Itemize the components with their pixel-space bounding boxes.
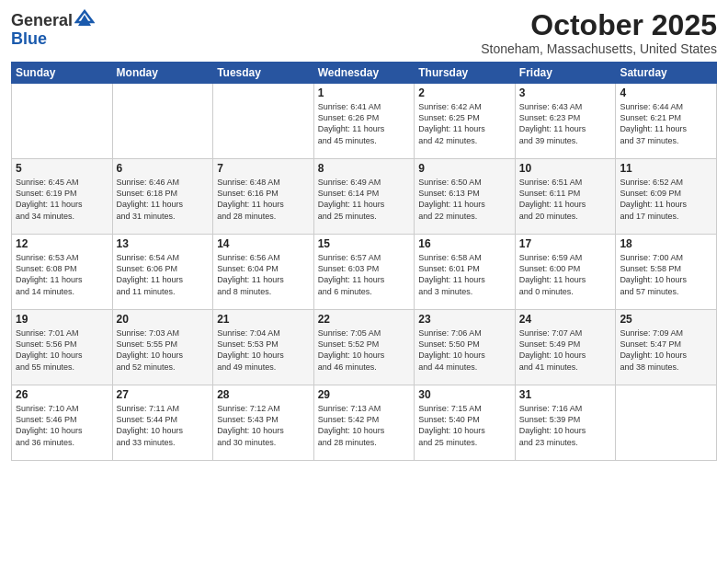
title-block: October 2025 Stoneham, Massachusetts, Un…: [481, 9, 717, 56]
day-number: 26: [16, 388, 108, 401]
page-container: General Blue October 2025 Stoneham, Mass…: [0, 0, 728, 563]
day-info: Sunrise: 7:05 AM Sunset: 5:52 PM Dayligh…: [318, 327, 411, 373]
day-info: Sunrise: 6:46 AM Sunset: 6:18 PM Dayligh…: [117, 177, 210, 222]
day-number: 12: [16, 237, 108, 250]
calendar-cell: 13Sunrise: 6:54 AM Sunset: 6:06 PM Dayli…: [112, 235, 213, 310]
day-number: 27: [117, 388, 210, 401]
weekday-header-sunday: Sunday: [12, 63, 113, 84]
weekday-header-row: SundayMondayTuesdayWednesdayThursdayFrid…: [12, 63, 717, 84]
calendar-table: SundayMondayTuesdayWednesdayThursdayFrid…: [11, 62, 717, 461]
day-info: Sunrise: 7:09 AM Sunset: 5:47 PM Dayligh…: [620, 327, 712, 373]
calendar-cell: 24Sunrise: 7:07 AM Sunset: 5:49 PM Dayli…: [515, 310, 616, 385]
day-info: Sunrise: 7:11 AM Sunset: 5:44 PM Dayligh…: [117, 403, 210, 448]
day-info: Sunrise: 6:50 AM Sunset: 6:13 PM Dayligh…: [418, 177, 511, 222]
day-info: Sunrise: 7:00 AM Sunset: 5:58 PM Dayligh…: [620, 252, 712, 297]
weekday-header-wednesday: Wednesday: [313, 63, 415, 84]
day-number: 24: [519, 313, 612, 326]
calendar-cell: 8Sunrise: 6:49 AM Sunset: 6:14 PM Daylig…: [313, 159, 415, 235]
day-info: Sunrise: 7:15 AM Sunset: 5:40 PM Dayligh…: [418, 403, 511, 448]
day-info: Sunrise: 6:54 AM Sunset: 6:06 PM Dayligh…: [117, 252, 210, 297]
day-number: 4: [620, 86, 712, 99]
calendar-cell: 10Sunrise: 6:51 AM Sunset: 6:11 PM Dayli…: [515, 159, 616, 235]
calendar-cell: 17Sunrise: 6:59 AM Sunset: 6:00 PM Dayli…: [515, 235, 616, 310]
week-row-4: 19Sunrise: 7:01 AM Sunset: 5:56 PM Dayli…: [12, 310, 717, 385]
day-number: 6: [117, 162, 210, 175]
header: General Blue October 2025 Stoneham, Mass…: [11, 9, 717, 56]
logo: General Blue: [11, 9, 95, 49]
week-row-2: 5Sunrise: 6:45 AM Sunset: 6:19 PM Daylig…: [12, 159, 717, 235]
calendar-cell: 22Sunrise: 7:05 AM Sunset: 5:52 PM Dayli…: [313, 310, 415, 385]
day-number: 28: [217, 388, 310, 401]
calendar-cell: 25Sunrise: 7:09 AM Sunset: 5:47 PM Dayli…: [616, 310, 717, 385]
day-number: 20: [117, 313, 210, 326]
weekday-header-friday: Friday: [515, 63, 616, 84]
day-number: 3: [519, 86, 612, 99]
day-info: Sunrise: 7:10 AM Sunset: 5:46 PM Dayligh…: [16, 403, 108, 448]
day-number: 16: [418, 237, 511, 250]
calendar-cell: 26Sunrise: 7:10 AM Sunset: 5:46 PM Dayli…: [12, 385, 113, 461]
week-row-3: 12Sunrise: 6:53 AM Sunset: 6:08 PM Dayli…: [12, 235, 717, 310]
calendar-cell: 9Sunrise: 6:50 AM Sunset: 6:13 PM Daylig…: [415, 159, 516, 235]
day-number: 10: [519, 162, 612, 175]
logo-blue-text: Blue: [11, 29, 47, 48]
calendar-cell: 23Sunrise: 7:06 AM Sunset: 5:50 PM Dayli…: [415, 310, 516, 385]
day-info: Sunrise: 7:01 AM Sunset: 5:56 PM Dayligh…: [16, 327, 108, 373]
calendar-cell: 1Sunrise: 6:41 AM Sunset: 6:26 PM Daylig…: [313, 84, 415, 159]
day-info: Sunrise: 6:59 AM Sunset: 6:00 PM Dayligh…: [519, 252, 612, 297]
calendar-cell: 30Sunrise: 7:15 AM Sunset: 5:40 PM Dayli…: [415, 385, 516, 461]
day-info: Sunrise: 6:53 AM Sunset: 6:08 PM Dayligh…: [16, 252, 108, 297]
calendar-cell: 2Sunrise: 6:42 AM Sunset: 6:25 PM Daylig…: [415, 84, 516, 159]
location: Stoneham, Massachusetts, United States: [481, 41, 717, 56]
day-number: 13: [117, 237, 210, 250]
calendar-cell: 11Sunrise: 6:52 AM Sunset: 6:09 PM Dayli…: [616, 159, 717, 235]
weekday-header-monday: Monday: [112, 63, 213, 84]
calendar-cell: 28Sunrise: 7:12 AM Sunset: 5:43 PM Dayli…: [213, 385, 314, 461]
day-number: 14: [217, 237, 310, 250]
day-info: Sunrise: 6:51 AM Sunset: 6:11 PM Dayligh…: [519, 177, 612, 222]
week-row-1: 1Sunrise: 6:41 AM Sunset: 6:26 PM Daylig…: [12, 84, 717, 159]
day-number: 5: [16, 162, 108, 175]
day-number: 8: [318, 162, 411, 175]
day-number: 21: [217, 313, 310, 326]
calendar-cell: 27Sunrise: 7:11 AM Sunset: 5:44 PM Dayli…: [112, 385, 213, 461]
day-number: 31: [519, 388, 612, 401]
day-info: Sunrise: 6:56 AM Sunset: 6:04 PM Dayligh…: [217, 252, 310, 297]
calendar-cell: 5Sunrise: 6:45 AM Sunset: 6:19 PM Daylig…: [12, 159, 113, 235]
day-info: Sunrise: 6:52 AM Sunset: 6:09 PM Dayligh…: [620, 177, 712, 222]
calendar-cell: [12, 84, 113, 159]
day-info: Sunrise: 6:43 AM Sunset: 6:23 PM Dayligh…: [519, 101, 612, 146]
day-info: Sunrise: 7:13 AM Sunset: 5:42 PM Dayligh…: [318, 403, 411, 448]
day-info: Sunrise: 6:48 AM Sunset: 6:16 PM Dayligh…: [217, 177, 310, 222]
weekday-header-thursday: Thursday: [415, 63, 516, 84]
day-number: 11: [620, 162, 712, 175]
calendar-cell: [616, 385, 717, 461]
calendar-cell: 6Sunrise: 6:46 AM Sunset: 6:18 PM Daylig…: [112, 159, 213, 235]
logo-icon: [74, 9, 95, 26]
calendar-cell: 18Sunrise: 7:00 AM Sunset: 5:58 PM Dayli…: [616, 235, 717, 310]
calendar-cell: 12Sunrise: 6:53 AM Sunset: 6:08 PM Dayli…: [12, 235, 113, 310]
day-number: 2: [418, 86, 511, 99]
day-info: Sunrise: 6:45 AM Sunset: 6:19 PM Dayligh…: [16, 177, 108, 222]
day-number: 23: [418, 313, 511, 326]
day-info: Sunrise: 6:41 AM Sunset: 6:26 PM Dayligh…: [318, 101, 411, 146]
day-info: Sunrise: 6:49 AM Sunset: 6:14 PM Dayligh…: [318, 177, 411, 222]
calendar-cell: [112, 84, 213, 159]
logo-general-text: General: [11, 11, 73, 29]
day-number: 9: [418, 162, 511, 175]
day-number: 1: [318, 86, 411, 99]
calendar-cell: 14Sunrise: 6:56 AM Sunset: 6:04 PM Dayli…: [213, 235, 314, 310]
day-info: Sunrise: 7:07 AM Sunset: 5:49 PM Dayligh…: [519, 327, 612, 373]
calendar-cell: 20Sunrise: 7:03 AM Sunset: 5:55 PM Dayli…: [112, 310, 213, 385]
calendar-cell: 3Sunrise: 6:43 AM Sunset: 6:23 PM Daylig…: [515, 84, 616, 159]
day-number: 30: [418, 388, 511, 401]
day-info: Sunrise: 6:57 AM Sunset: 6:03 PM Dayligh…: [318, 252, 411, 297]
calendar-cell: 16Sunrise: 6:58 AM Sunset: 6:01 PM Dayli…: [415, 235, 516, 310]
weekday-header-saturday: Saturday: [616, 63, 717, 84]
week-row-5: 26Sunrise: 7:10 AM Sunset: 5:46 PM Dayli…: [12, 385, 717, 461]
day-number: 25: [620, 313, 712, 326]
day-info: Sunrise: 7:04 AM Sunset: 5:53 PM Dayligh…: [217, 327, 310, 373]
calendar-cell: 21Sunrise: 7:04 AM Sunset: 5:53 PM Dayli…: [213, 310, 314, 385]
day-info: Sunrise: 6:44 AM Sunset: 6:21 PM Dayligh…: [620, 101, 712, 146]
day-number: 19: [16, 313, 108, 326]
day-info: Sunrise: 6:58 AM Sunset: 6:01 PM Dayligh…: [418, 252, 511, 297]
